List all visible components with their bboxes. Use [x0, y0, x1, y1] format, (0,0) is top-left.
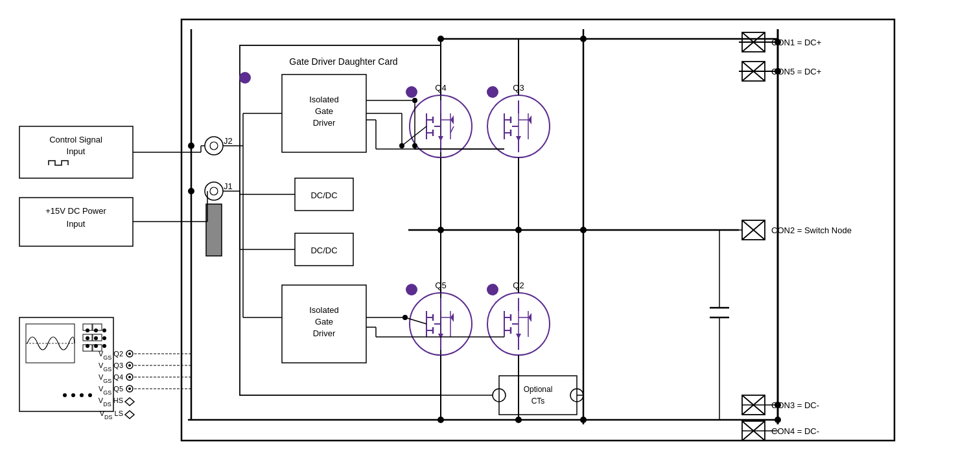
- svg-text:Isolated: Isolated: [309, 95, 339, 104]
- svg-point-146: [487, 284, 498, 295]
- svg-marker-42: [125, 398, 134, 406]
- svg-point-236: [188, 143, 194, 149]
- svg-text:VDS HS: VDS HS: [99, 397, 123, 408]
- svg-text:DC/DC: DC/DC: [310, 246, 337, 255]
- svg-marker-44: [125, 411, 134, 419]
- svg-text:CON1 = DC+: CON1 = DC+: [771, 38, 821, 47]
- svg-rect-66: [206, 204, 222, 256]
- svg-text:VGS Q2: VGS Q2: [99, 350, 123, 361]
- diagram-container: Control Signal Input +15V DC Power Input…: [0, 0, 980, 460]
- svg-text:Driver: Driver: [313, 328, 336, 338]
- svg-point-12: [102, 328, 106, 332]
- svg-marker-141: [516, 334, 521, 339]
- svg-point-37: [128, 376, 131, 378]
- svg-text:Control Signal: Control Signal: [49, 135, 102, 144]
- svg-text:CON5 = DC+: CON5 = DC+: [771, 67, 821, 76]
- svg-text:Input: Input: [67, 146, 86, 156]
- svg-point-18: [102, 344, 106, 348]
- svg-text:CON2 = Switch Node: CON2 = Switch Node: [771, 225, 852, 235]
- svg-text:DC/DC: DC/DC: [310, 190, 337, 200]
- svg-text:J2: J2: [224, 136, 233, 146]
- svg-text:CTs: CTs: [531, 397, 545, 406]
- svg-point-22: [88, 393, 92, 397]
- svg-rect-45: [240, 45, 441, 395]
- svg-point-168: [412, 143, 417, 148]
- svg-text:Optional: Optional: [524, 385, 553, 394]
- svg-point-64: [210, 187, 218, 195]
- svg-point-13: [86, 336, 89, 340]
- svg-text:+15V DC Power: +15V DC Power: [45, 206, 106, 216]
- svg-marker-92: [438, 136, 443, 141]
- svg-text:VGS Q5: VGS Q5: [99, 385, 123, 396]
- svg-point-31: [128, 352, 131, 355]
- svg-marker-109: [516, 136, 521, 141]
- svg-point-155: [580, 36, 587, 42]
- svg-point-177: [580, 227, 587, 233]
- svg-text:CON4 = DC-: CON4 = DC-: [771, 426, 819, 436]
- svg-text:Input: Input: [67, 219, 86, 229]
- svg-text:Isolated: Isolated: [309, 305, 339, 315]
- svg-point-237: [188, 188, 194, 194]
- svg-point-15: [102, 336, 106, 340]
- svg-point-61: [210, 142, 218, 150]
- svg-point-170: [414, 148, 415, 150]
- svg-text:Gate: Gate: [315, 317, 333, 327]
- svg-point-47: [239, 72, 251, 84]
- svg-point-114: [487, 86, 498, 98]
- svg-text:Gate Driver Daughter Card: Gate Driver Daughter Card: [289, 56, 397, 67]
- svg-point-233: [775, 402, 781, 408]
- svg-point-19: [63, 393, 67, 397]
- svg-text:Driver: Driver: [313, 118, 336, 128]
- svg-text:VGS Q3: VGS Q3: [99, 362, 123, 373]
- svg-point-14: [94, 336, 98, 340]
- svg-point-34: [128, 364, 131, 367]
- svg-point-130: [406, 284, 417, 295]
- svg-point-20: [71, 393, 75, 397]
- svg-point-40: [128, 387, 131, 390]
- svg-text:Gate: Gate: [315, 106, 333, 116]
- svg-line-190: [405, 317, 426, 324]
- svg-marker-125: [438, 334, 443, 339]
- svg-text:J1: J1: [224, 181, 233, 191]
- svg-rect-194: [499, 376, 577, 415]
- svg-point-60: [205, 137, 223, 155]
- svg-point-21: [80, 393, 84, 397]
- svg-text:VGS Q4: VGS Q4: [99, 373, 123, 384]
- svg-point-98: [406, 86, 417, 98]
